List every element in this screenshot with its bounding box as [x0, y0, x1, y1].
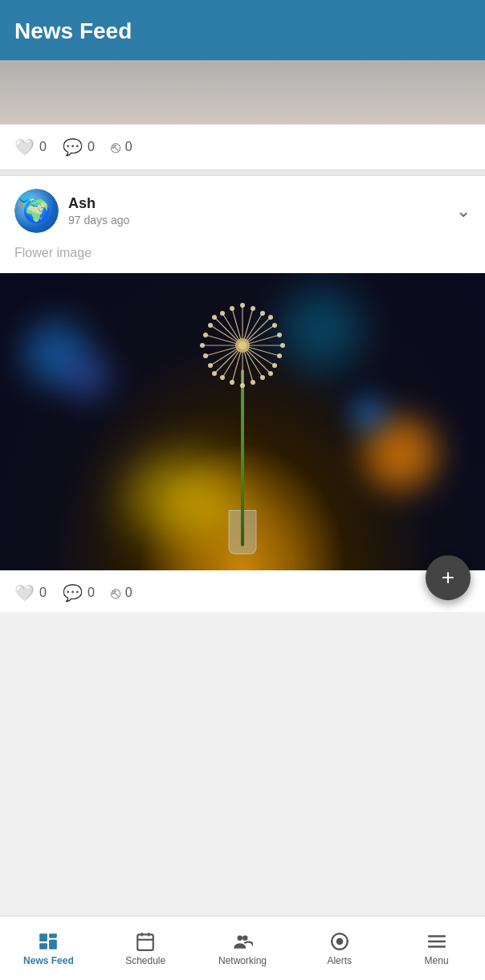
svg-point-42 — [220, 375, 225, 380]
stem — [241, 370, 244, 546]
page-title: News Feed — [14, 18, 132, 44]
first-post-share-count: 0 — [125, 140, 132, 154]
first-post-share-btn[interactable]: ⎋ 0 — [111, 138, 132, 157]
svg-point-29 — [230, 380, 234, 385]
svg-point-32 — [200, 343, 205, 348]
post-image — [0, 273, 485, 570]
share-icon-2: ⎋ — [111, 584, 120, 602]
bottom-nav-spacer — [0, 612, 485, 676]
svg-point-39 — [277, 333, 282, 337]
first-post-image-partial — [0, 60, 485, 125]
svg-point-59 — [243, 935, 248, 941]
avatar-globe: 🌍 🐦 — [14, 189, 59, 233]
svg-point-31 — [203, 353, 208, 358]
bokeh-blue4 — [348, 394, 389, 434]
first-post-like-count: 0 — [39, 140, 47, 154]
nav-label-news-feed: News Feed — [23, 955, 74, 966]
first-post-actions: 🤍 0 💬 0 ⎋ 0 — [0, 125, 485, 169]
svg-point-26 — [268, 371, 273, 376]
menu-icon — [426, 931, 447, 952]
svg-point-58 — [237, 935, 243, 941]
svg-point-49 — [238, 341, 247, 349]
second-post-comment-btn[interactable]: 💬 0 — [63, 583, 95, 602]
svg-point-33 — [203, 333, 208, 337]
svg-rect-54 — [137, 934, 153, 950]
fab-add-button[interactable]: + — [426, 555, 471, 600]
nav-label-menu: Menu — [425, 955, 449, 966]
share-icon: ⎋ — [111, 138, 120, 157]
author-details: Ash 97 days ago — [68, 195, 129, 227]
first-post-like-btn[interactable]: 🤍 0 — [14, 137, 47, 157]
first-post-comment-count: 0 — [88, 140, 95, 154]
nav-item-networking[interactable]: Networking — [194, 917, 291, 980]
svg-point-25 — [277, 353, 282, 358]
chevron-down-icon[interactable]: ⌄ — [456, 201, 471, 222]
first-post-comment-btn[interactable]: 💬 0 — [63, 137, 95, 157]
news-feed-icon — [38, 931, 59, 952]
heart-icon: 🤍 — [14, 137, 35, 157]
svg-point-35 — [230, 306, 234, 311]
svg-point-45 — [220, 311, 225, 316]
second-post-like-count: 0 — [39, 586, 47, 600]
svg-point-38 — [268, 315, 273, 320]
comment-icon-2: 💬 — [63, 583, 83, 602]
alerts-icon — [329, 931, 350, 952]
svg-point-65 — [336, 937, 343, 945]
second-post-header: 🌍 🐦 Ash 97 days ago ⌄ — [0, 176, 485, 239]
post-divider — [0, 169, 485, 176]
nav-item-news-feed[interactable]: News Feed — [0, 917, 97, 980]
svg-rect-50 — [40, 933, 48, 941]
second-post-comment-count: 0 — [88, 586, 95, 600]
nav-label-alerts: Alerts — [327, 955, 352, 966]
bokeh-blue2 — [64, 353, 112, 402]
svg-point-36 — [240, 303, 245, 308]
schedule-icon — [135, 931, 156, 952]
svg-point-43 — [208, 363, 213, 368]
dandelion-scene — [0, 273, 485, 570]
svg-point-46 — [260, 311, 265, 316]
bokeh-yellow — [128, 458, 241, 538]
second-post-share-count: 0 — [125, 586, 132, 600]
svg-point-37 — [251, 306, 255, 311]
svg-point-40 — [272, 363, 277, 368]
bokeh-blue3 — [281, 289, 361, 370]
svg-point-24 — [280, 343, 285, 348]
bottom-navigation: News Feed Schedule Networking — [0, 916, 485, 980]
svg-rect-53 — [49, 939, 57, 949]
heart-icon-2: 🤍 — [14, 583, 35, 602]
post-time: 97 days ago — [68, 214, 129, 227]
second-post-like-btn[interactable]: 🤍 0 — [14, 583, 47, 602]
nav-item-alerts[interactable]: Alerts — [291, 917, 388, 980]
author-info: 🌍 🐦 Ash 97 days ago — [14, 189, 129, 233]
nav-item-schedule[interactable]: Schedule — [97, 917, 194, 980]
post-caption: Flower image — [0, 239, 485, 273]
svg-point-27 — [251, 380, 255, 385]
comment-icon: 💬 — [63, 137, 83, 157]
svg-rect-52 — [40, 943, 48, 949]
avatar-bird-icon: 🐦 — [14, 189, 35, 210]
svg-point-30 — [212, 371, 217, 376]
nav-label-schedule: Schedule — [125, 955, 165, 966]
header: News Feed — [0, 0, 485, 60]
avatar: 🌍 🐦 — [14, 189, 59, 233]
second-post-bottom: + 🤍 0 💬 0 ⎋ 0 — [0, 570, 485, 612]
second-post-actions: 🤍 0 💬 0 ⎋ 0 — [14, 583, 471, 602]
svg-point-41 — [260, 375, 265, 380]
svg-point-28 — [240, 383, 245, 388]
plus-icon: + — [442, 566, 454, 589]
second-post-share-btn[interactable]: ⎋ 0 — [111, 584, 132, 602]
dandelion-head-svg — [194, 297, 291, 394]
nav-label-networking: Networking — [218, 955, 267, 966]
networking-icon — [232, 931, 253, 952]
first-post-partial: 🤍 0 💬 0 ⎋ 0 — [0, 60, 485, 169]
second-post: 🌍 🐦 Ash 97 days ago ⌄ Flower image — [0, 176, 485, 612]
nav-item-menu[interactable]: Menu — [388, 917, 485, 980]
svg-point-44 — [208, 323, 213, 328]
svg-point-34 — [212, 315, 217, 320]
svg-point-47 — [272, 323, 277, 328]
svg-rect-51 — [49, 933, 57, 937]
author-name: Ash — [68, 195, 129, 212]
